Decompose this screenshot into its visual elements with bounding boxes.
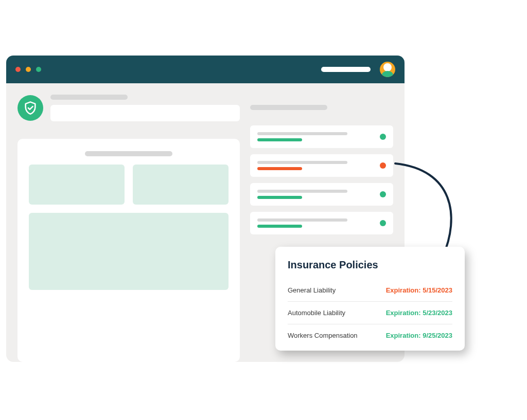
list-item-line [257, 132, 347, 135]
stat-box [29, 165, 125, 205]
list-item[interactable] [250, 154, 393, 177]
main-card [17, 139, 240, 362]
list-item[interactable] [250, 125, 393, 148]
policy-name: General Liability [288, 286, 336, 294]
section-title-placeholder [250, 105, 327, 110]
list-item-line [257, 190, 347, 193]
list-item-line [257, 218, 347, 222]
callout-title: Insurance Policies [288, 259, 452, 271]
status-indicator-icon [380, 134, 386, 140]
page-header [17, 95, 240, 121]
stat-box [133, 165, 229, 205]
list-item[interactable] [250, 183, 393, 206]
status-indicator-icon [380, 191, 386, 197]
window-controls [15, 67, 41, 72]
stat-box-large [29, 213, 229, 290]
policy-row: Automobile Liability Expiration: 5/23/20… [288, 302, 452, 324]
list-item-line [257, 196, 303, 199]
policy-row: General Liability Expiration: 5/15/2023 [288, 279, 452, 302]
list-item-line [257, 167, 303, 170]
avatar[interactable] [380, 62, 395, 77]
search-input[interactable] [321, 67, 371, 72]
policy-expiration: Expiration: 5/23/2023 [386, 309, 452, 317]
minimize-window-button[interactable] [26, 67, 31, 72]
policy-name: Automobile Liability [288, 309, 345, 317]
list-item-line [257, 138, 303, 141]
policy-row: Workers Compensation Expiration: 9/25/20… [288, 324, 452, 346]
card-title-placeholder [85, 151, 172, 156]
shield-check-icon [17, 95, 43, 121]
maximize-window-button[interactable] [36, 67, 41, 72]
titlebar [6, 56, 405, 83]
close-window-button[interactable] [15, 67, 21, 72]
list-item-line [257, 225, 303, 228]
status-indicator-icon [380, 220, 386, 226]
insurance-policies-callout: Insurance Policies General Liability Exp… [275, 247, 465, 351]
policy-expiration: Expiration: 9/25/2023 [386, 332, 452, 339]
status-indicator-icon [380, 162, 386, 169]
policy-expiration: Expiration: 5/15/2023 [386, 286, 452, 294]
list-item-line [257, 161, 347, 164]
subtitle-placeholder [50, 105, 240, 121]
page-title-placeholder [50, 95, 128, 100]
list-item[interactable] [250, 212, 393, 234]
left-column [17, 95, 240, 362]
policy-name: Workers Compensation [288, 332, 358, 339]
